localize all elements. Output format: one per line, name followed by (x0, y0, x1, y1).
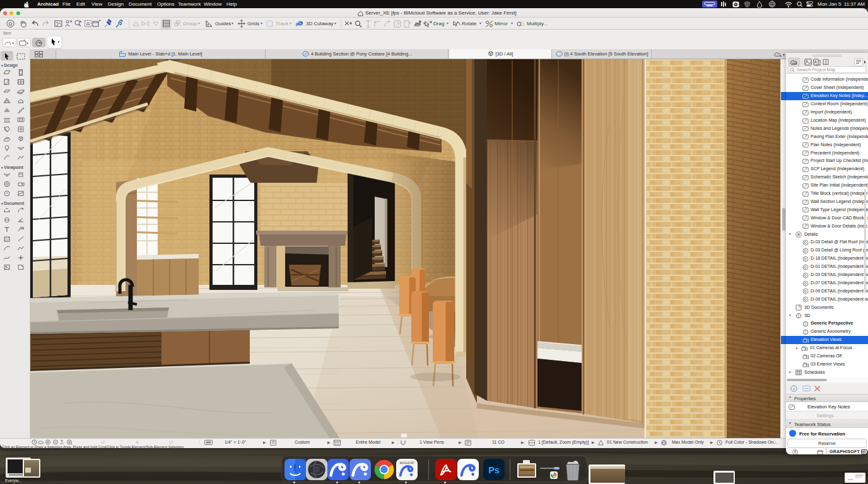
svg-text:Archicad VR: Archicad VR (400, 462, 414, 464)
svg-text:Ps: Ps (488, 465, 500, 475)
